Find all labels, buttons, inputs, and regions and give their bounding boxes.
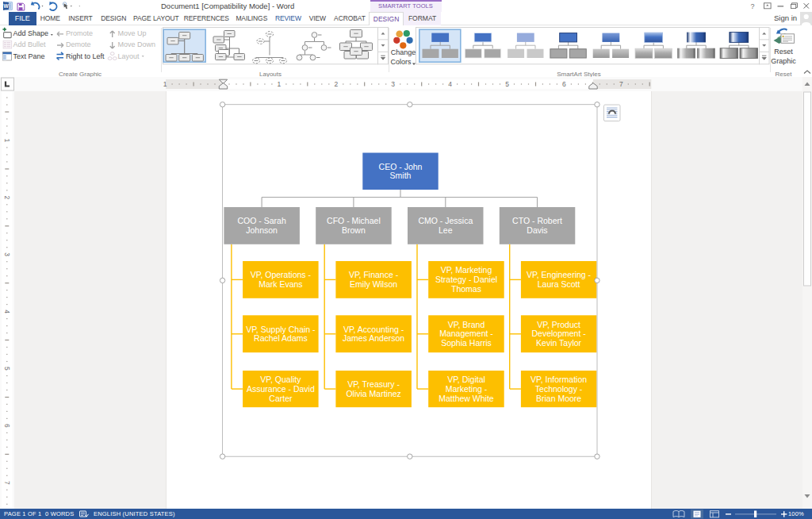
svg-text:7: 7 xyxy=(619,80,623,88)
svg-text:6: 6 xyxy=(562,80,566,88)
svg-text:VP, InformationTechnology -Bri: VP, InformationTechnology -Brian Moore xyxy=(530,375,587,403)
svg-text:5: 5 xyxy=(505,80,509,88)
svg-text:VP, Operations -Mark Evans: VP, Operations -Mark Evans xyxy=(251,270,312,289)
svg-text:VP, Treasury -Olivia Martinez: VP, Treasury -Olivia Martinez xyxy=(346,379,400,398)
svg-text:W: W xyxy=(3,3,9,9)
svg-text:VP, Accounting -James Anderson: VP, Accounting -James Anderson xyxy=(343,325,404,344)
svg-text:VP, Finance -Emily Wilson: VP, Finance -Emily Wilson xyxy=(349,270,399,289)
svg-text:4: 4 xyxy=(3,309,11,313)
svg-text:4: 4 xyxy=(448,80,452,88)
svg-text:5: 5 xyxy=(3,367,11,371)
svg-text:VP, Supply Chain -Rachel Adams: VP, Supply Chain -Rachel Adams xyxy=(246,325,316,344)
svg-text:3: 3 xyxy=(391,80,395,88)
svg-text:?: ? xyxy=(750,2,754,10)
svg-text:VP, ProductDevelopment -Kevin: VP, ProductDevelopment -Kevin Taylor xyxy=(531,320,586,348)
svg-text:2: 2 xyxy=(3,195,11,199)
svg-text:1: 1 xyxy=(3,139,11,143)
svg-text:1: 1 xyxy=(163,80,167,88)
svg-text:1: 1 xyxy=(278,80,282,88)
svg-text:7: 7 xyxy=(3,481,11,485)
svg-text:3: 3 xyxy=(3,252,11,256)
svg-text:2: 2 xyxy=(334,80,338,88)
svg-text:6: 6 xyxy=(3,424,11,428)
